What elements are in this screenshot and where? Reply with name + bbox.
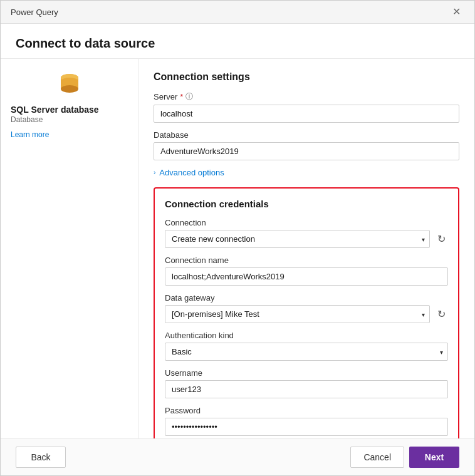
next-button[interactable]: Next [409, 447, 459, 468]
server-info-icon[interactable]: ⓘ [185, 91, 193, 102]
footer-left: Back [16, 447, 66, 468]
server-input[interactable] [154, 105, 459, 123]
username-field-group: Username [165, 368, 448, 398]
back-button[interactable]: Back [16, 447, 66, 468]
database-field-group: Database [154, 130, 459, 160]
database-label: Database [154, 130, 459, 140]
server-required: * [180, 92, 183, 101]
gateway-label: Data gateway [165, 293, 448, 303]
page-title: Connect to data source [16, 36, 459, 51]
footer-right: Cancel Next [350, 447, 459, 468]
cancel-button[interactable]: Cancel [350, 447, 404, 468]
advanced-options-toggle[interactable]: › Advanced options [154, 168, 459, 177]
gateway-select-row: [On-premises] Mike Test ▾ ↻ [165, 305, 448, 323]
auth-kind-select-wrap: Basic ▾ [165, 343, 448, 361]
sql-server-icon [57, 71, 82, 96]
title-bar: Power Query ✕ [1, 1, 474, 24]
gateway-select[interactable]: [On-premises] Mike Test [165, 305, 430, 323]
advanced-options-label: Advanced options [159, 168, 224, 177]
sidebar-db-type: Database [11, 115, 128, 124]
connection-name-field-group: Connection name [165, 256, 448, 286]
svg-point-2 [61, 85, 78, 93]
dialog-header: Connect to data source [1, 24, 474, 59]
password-field-group: Password [165, 406, 448, 436]
connection-settings-title: Connection settings [154, 71, 459, 83]
connection-select-row: Create new connection ▾ ↻ [165, 230, 448, 248]
connection-select-wrap: Create new connection ▾ [165, 230, 430, 248]
content-area: SQL Server database Database Learn more … [1, 59, 474, 438]
connection-refresh-button[interactable]: ↻ [435, 230, 448, 247]
gateway-refresh-button[interactable]: ↻ [435, 306, 448, 323]
auth-kind-label: Authentication kind [165, 331, 448, 340]
gateway-select-wrap: [On-premises] Mike Test ▾ [165, 305, 430, 323]
dialog-footer: Back Cancel Next [1, 438, 474, 475]
svg-point-5 [61, 78, 78, 85]
password-input[interactable] [165, 418, 448, 436]
credentials-title: Connection credentials [165, 199, 448, 209]
connection-select[interactable]: Create new connection [165, 230, 430, 248]
connection-label: Connection [165, 218, 448, 227]
server-label: Server * ⓘ [154, 91, 459, 102]
database-input[interactable] [154, 142, 459, 160]
dialog-title: Power Query [11, 8, 58, 17]
auth-kind-field-group: Authentication kind Basic ▾ [165, 331, 448, 361]
password-label: Password [165, 406, 448, 415]
sidebar-db-name: SQL Server database [11, 104, 128, 115]
connection-name-label: Connection name [165, 256, 448, 265]
close-button[interactable]: ✕ [449, 6, 464, 18]
learn-more-link[interactable]: Learn more [11, 130, 49, 139]
connection-field-group: Connection Create new connection ▾ ↻ [165, 218, 448, 248]
main-content: Connection settings Server * ⓘ Database [138, 59, 474, 438]
chevron-right-icon: › [154, 169, 155, 176]
username-label: Username [165, 368, 448, 378]
connection-name-input[interactable] [165, 267, 448, 286]
credentials-box: Connection credentials Connection Create… [154, 187, 459, 438]
power-query-dialog: Power Query ✕ Connect to data source [0, 0, 475, 476]
sidebar: SQL Server database Database Learn more [1, 59, 138, 438]
dialog-body: Connect to data source SQL Server databa… [1, 24, 474, 438]
username-input[interactable] [165, 380, 448, 398]
server-field-group: Server * ⓘ [154, 91, 459, 123]
auth-kind-select[interactable]: Basic [165, 343, 448, 361]
gateway-field-group: Data gateway [On-premises] Mike Test ▾ ↻ [165, 293, 448, 323]
db-icon-container [11, 71, 128, 96]
